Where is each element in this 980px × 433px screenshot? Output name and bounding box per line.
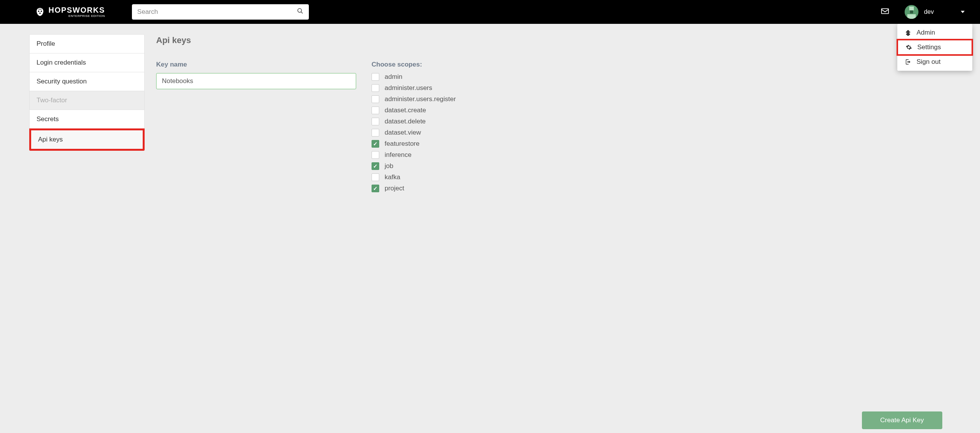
mail-icon[interactable] <box>881 7 889 17</box>
scope-item: dataset.view <box>372 129 565 137</box>
sidebar-item-two-factor: Two-factor <box>29 91 145 110</box>
scope-label: dataset.delete <box>385 118 426 125</box>
sidebar-item-security-question[interactable]: Security question <box>29 72 145 91</box>
brand-text: HOPSWORKS ENTERPRISE EDITION <box>48 6 105 18</box>
scope-checkbox-project[interactable] <box>372 185 379 192</box>
scope-checkbox-job[interactable] <box>372 162 379 170</box>
scope-checkbox-inference[interactable] <box>372 151 379 159</box>
search-input[interactable] <box>137 8 297 16</box>
scope-checkbox-featurestore[interactable] <box>372 140 379 148</box>
scope-label: admin <box>385 73 402 81</box>
scope-item: project <box>372 185 565 192</box>
form-row: Key name Choose scopes: adminadminister.… <box>156 61 565 192</box>
brand-logo-icon <box>35 7 45 17</box>
scope-checkbox-dataset-create[interactable] <box>372 107 379 114</box>
dropdown-item-admin[interactable]: Admin <box>897 26 972 40</box>
scope-item: dataset.create <box>372 107 565 114</box>
create-api-key-button[interactable]: Create Api Key <box>862 411 942 429</box>
dropdown-item-label: Sign out <box>917 58 940 66</box>
scope-label: kafka <box>385 173 400 181</box>
sidebar-item-login-credentials[interactable]: Login credentials <box>29 53 145 72</box>
content-area: Api keys Key name Choose scopes: adminad… <box>145 25 577 203</box>
scope-label: job <box>385 162 393 170</box>
gear-icon <box>906 44 915 50</box>
scopes-column: Choose scopes: adminadminister.usersadmi… <box>372 61 565 192</box>
scope-item: dataset.delete <box>372 118 565 125</box>
scope-checkbox-administer-users-register[interactable] <box>372 95 379 103</box>
scope-item: job <box>372 162 565 170</box>
key-name-column: Key name <box>156 61 356 192</box>
sidebar-item-api-keys[interactable]: Api keys <box>29 128 145 151</box>
svg-point-1 <box>298 8 302 12</box>
scope-label: administer.users.register <box>385 95 456 103</box>
settings-sidebar: ProfileLogin credentialsSecurity questio… <box>29 35 145 203</box>
brand-block[interactable]: HOPSWORKS ENTERPRISE EDITION <box>35 6 105 18</box>
scope-checkbox-administer-users[interactable] <box>372 84 379 92</box>
sidebar-item-profile[interactable]: Profile <box>29 34 145 53</box>
username: dev <box>924 8 934 15</box>
scope-label: dataset.view <box>385 129 421 137</box>
scopes-label: Choose scopes: <box>372 61 565 68</box>
scope-checkbox-dataset-delete[interactable] <box>372 118 379 125</box>
scope-checkbox-admin[interactable] <box>372 73 379 81</box>
scope-label: dataset.create <box>385 107 426 114</box>
scope-item: admin <box>372 73 565 81</box>
sidebar-item-secrets[interactable]: Secrets <box>29 110 145 129</box>
scope-label: featurestore <box>385 140 420 148</box>
scope-item: administer.users <box>372 84 565 92</box>
search-icon[interactable] <box>297 8 303 16</box>
user-menu-trigger[interactable]: dev <box>905 5 972 19</box>
svg-line-2 <box>301 12 302 13</box>
scope-checkbox-dataset-view[interactable] <box>372 129 379 137</box>
bug-icon <box>905 30 914 36</box>
key-name-input[interactable] <box>156 73 356 89</box>
scope-item: administer.users.register <box>372 95 565 103</box>
chevron-down-icon <box>961 11 965 13</box>
search-box[interactable] <box>132 4 309 20</box>
scope-label: project <box>385 185 404 192</box>
dropdown-item-label: Settings <box>917 43 941 51</box>
signout-icon <box>905 59 914 65</box>
dropdown-item-settings[interactable]: Settings <box>897 39 973 56</box>
scope-item: kafka <box>372 173 565 181</box>
svg-rect-3 <box>882 9 888 14</box>
user-dropdown-menu: AdminSettingsSign out <box>897 24 972 71</box>
scopes-list: adminadminister.usersadminister.users.re… <box>372 73 565 192</box>
scope-checkbox-kafka[interactable] <box>372 173 379 181</box>
key-name-label: Key name <box>156 61 356 68</box>
dropdown-item-sign-out[interactable]: Sign out <box>897 55 972 69</box>
dropdown-item-label: Admin <box>917 29 935 37</box>
brand-subtitle: ENTERPRISE EDITION <box>48 15 105 18</box>
brand-name: HOPSWORKS <box>48 6 105 14</box>
top-navbar: HOPSWORKS ENTERPRISE EDITION dev <box>0 0 980 24</box>
scope-item: inference <box>372 151 565 159</box>
scope-label: administer.users <box>385 84 432 92</box>
scope-item: featurestore <box>372 140 565 148</box>
page-body: ProfileLogin credentialsSecurity questio… <box>0 25 577 203</box>
avatar <box>905 5 918 19</box>
scope-label: inference <box>385 151 412 159</box>
page-title: Api keys <box>156 35 565 45</box>
